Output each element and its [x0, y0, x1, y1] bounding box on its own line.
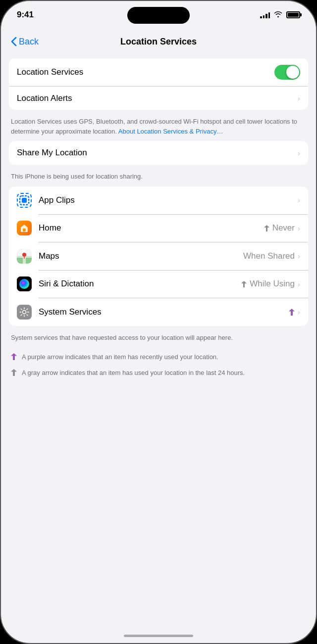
battery-icon: [286, 11, 300, 18]
status-bar: 9:41: [1, 1, 316, 29]
status-time: 9:41: [17, 10, 34, 20]
svg-point-8: [22, 253, 26, 257]
siri-row[interactable]: Siri & Dictation While Using ›: [9, 270, 308, 298]
legend-section: A purple arrow indicates that an item ha…: [9, 347, 308, 385]
svg-rect-1: [22, 198, 27, 203]
app-clips-row[interactable]: App Clips ›: [9, 186, 308, 214]
maps-label: Maps: [39, 251, 243, 261]
app-clips-label: App Clips: [39, 195, 295, 205]
location-services-group: Location Services Location Alerts ›: [9, 58, 308, 110]
legend-gray-text: A gray arrow indicates that an item has …: [22, 368, 245, 378]
system-services-footnote: System services that have requested acce…: [9, 330, 308, 348]
gray-arrow-icon: [11, 369, 17, 378]
chevron-icon: ›: [298, 149, 300, 157]
app-clips-icon: [17, 193, 32, 208]
wifi-icon: [274, 11, 282, 19]
svg-point-11: [19, 279, 29, 289]
page-title: Location Services: [120, 37, 197, 47]
chevron-icon: ›: [298, 224, 300, 232]
svg-point-12: [23, 310, 26, 314]
system-services-row[interactable]: System Services ›: [9, 298, 308, 326]
home-value: Never: [264, 223, 295, 233]
share-location-group: Share My Location ›: [9, 141, 308, 165]
share-location-footnote: This iPhone is being used for location s…: [9, 169, 308, 186]
system-services-value: [289, 309, 295, 316]
nav-bar: Back Location Services: [1, 29, 316, 54]
dynamic-island: [127, 7, 190, 24]
location-services-row[interactable]: Location Services: [9, 58, 308, 86]
siri-label: Siri & Dictation: [39, 279, 241, 289]
home-label: Home: [39, 223, 264, 233]
screen: 9:41: [1, 1, 316, 643]
signal-bars-icon: [260, 11, 270, 18]
phone-frame: 9:41: [0, 0, 317, 644]
purple-arrow-icon: [11, 353, 17, 362]
siri-value: While Using: [241, 279, 295, 289]
system-services-label: System Services: [39, 307, 289, 317]
svg-rect-2: [23, 229, 26, 231]
legend-gray-row: A gray arrow indicates that an item has …: [11, 365, 306, 381]
privacy-link[interactable]: About Location Services & Privacy…: [118, 128, 223, 135]
location-alerts-row[interactable]: Location Alerts ›: [9, 86, 308, 110]
home-row[interactable]: Home Never ›: [9, 214, 308, 242]
back-button[interactable]: Back: [11, 37, 39, 47]
location-services-label: Location Services: [17, 67, 274, 77]
siri-icon: [17, 276, 32, 291]
toggle-knob: [286, 66, 299, 79]
maps-value: When Shared: [243, 251, 295, 261]
location-alerts-label: Location Alerts: [17, 93, 295, 103]
apps-group: App Clips › Home: [9, 186, 308, 326]
chevron-icon: ›: [298, 308, 300, 316]
chevron-icon: ›: [298, 94, 300, 102]
legend-purple-text: A purple arrow indicates that an item ha…: [22, 352, 218, 362]
chevron-icon: ›: [298, 252, 300, 260]
home-icon: [17, 221, 32, 235]
location-services-toggle[interactable]: [274, 65, 300, 80]
location-description: Location Services uses GPS, Bluetooth, a…: [9, 114, 308, 141]
chevron-icon: ›: [298, 280, 300, 288]
maps-row[interactable]: Maps When Shared ›: [9, 242, 308, 270]
share-my-location-label: Share My Location: [17, 148, 295, 158]
chevron-icon: ›: [298, 196, 300, 204]
maps-icon: [17, 249, 32, 264]
home-indicator: [124, 635, 193, 637]
share-my-location-row[interactable]: Share My Location ›: [9, 141, 308, 165]
system-services-icon: [17, 305, 32, 320]
scroll-content: Location Services Location Alerts › Loca…: [1, 54, 316, 623]
status-icons: [260, 11, 300, 19]
legend-purple-row: A purple arrow indicates that an item ha…: [11, 349, 306, 365]
